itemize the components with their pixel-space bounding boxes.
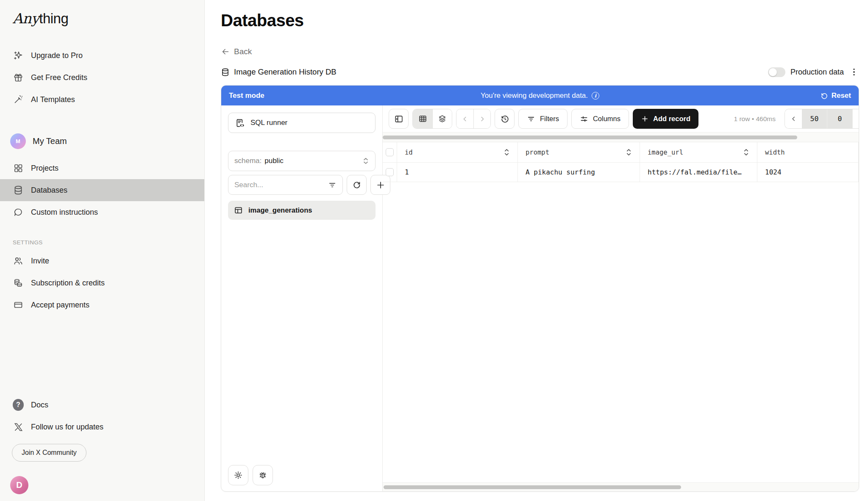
sidebar-item-label: Invite xyxy=(31,257,49,266)
grid-icon xyxy=(13,163,24,174)
gift-icon xyxy=(13,72,24,83)
prev-page-button[interactable] xyxy=(456,109,473,128)
data-grid-zone: Filters Columns Ad xyxy=(383,105,859,491)
horizontal-scrollbar-bottom xyxy=(383,482,859,491)
column-header-prompt[interactable]: prompt xyxy=(526,149,549,156)
settings-heading: SETTINGS xyxy=(13,239,204,246)
filter-icon[interactable] xyxy=(328,181,337,189)
sidebar-item-projects[interactable]: Projects xyxy=(0,157,204,179)
column-header-image-url[interactable]: image_url xyxy=(648,149,683,156)
result-stats: 1 row • 460ms xyxy=(734,115,781,123)
banner-message: You're viewing development data. xyxy=(481,91,588,100)
schema-label: schema: xyxy=(234,157,262,165)
team-avatar: M xyxy=(10,133,26,149)
table-list-item-image-generations[interactable]: image_generations xyxy=(228,201,376,220)
sidebar-item-label: Custom instructions xyxy=(31,208,98,217)
sidebar-item-follow-updates[interactable]: Follow us for updates xyxy=(0,416,204,438)
table-row[interactable]: 1 A pikachu surfing https://fal.media/fi… xyxy=(383,163,859,182)
join-x-community-button[interactable]: Join X Community xyxy=(12,444,86,462)
database-card: Test mode You're viewing development dat… xyxy=(221,85,859,492)
database-title: Image Generation History DB xyxy=(221,67,337,77)
sidebar-item-docs[interactable]: ? Docs xyxy=(0,394,204,416)
sort-icon[interactable] xyxy=(499,148,510,156)
page-title: Databases xyxy=(221,11,868,30)
production-data-toggle[interactable] xyxy=(768,67,785,77)
sql-runner-button[interactable]: SQL runner xyxy=(228,113,376,133)
pager-next-clipped xyxy=(853,109,859,128)
columns-button[interactable]: Columns xyxy=(571,109,629,129)
table-name: image_generations xyxy=(248,206,312,214)
sidebar-item-custom-instructions[interactable]: Custom instructions xyxy=(0,201,204,223)
cell-id[interactable]: 1 xyxy=(397,163,518,182)
sidebar-item-label: Upgrade to Pro xyxy=(31,51,83,60)
add-record-button[interactable]: Add record xyxy=(633,109,698,129)
pager-prev-button[interactable] xyxy=(785,109,802,128)
filters-label: Filters xyxy=(540,115,559,123)
database-icon xyxy=(221,68,230,77)
chat-icon xyxy=(13,207,24,218)
info-icon[interactable]: i xyxy=(592,92,599,100)
sql-runner-label: SQL runner xyxy=(250,119,287,127)
schema-select[interactable]: schema: public xyxy=(228,151,376,171)
main-content: Databases Back Image Generation History … xyxy=(205,0,868,492)
chevron-up-down-icon xyxy=(362,157,369,165)
sidebar-item-ai-templates[interactable]: AI Templates xyxy=(0,89,204,111)
bug-icon xyxy=(258,471,267,480)
team-name: My Team xyxy=(33,136,67,146)
scrollbar-thumb[interactable] xyxy=(384,485,681,489)
sidebar-item-get-free-credits[interactable]: Get Free Credits xyxy=(0,66,204,89)
sql-file-icon xyxy=(235,118,245,128)
filter-lines-icon xyxy=(527,115,535,123)
page-size-value[interactable]: 50 xyxy=(802,109,827,128)
database-icon xyxy=(13,185,24,196)
table-icon xyxy=(234,206,243,215)
scrollbar-thumb[interactable] xyxy=(383,136,797,139)
app-logo: Anything xyxy=(0,10,204,27)
sidebar-item-accept-payments[interactable]: Accept payments xyxy=(0,294,204,316)
sidebar-item-invite[interactable]: Invite xyxy=(0,250,204,272)
sliders-icon xyxy=(580,115,588,123)
more-options-kebab-icon[interactable] xyxy=(849,66,859,78)
team-switcher[interactable]: M My Team xyxy=(0,129,204,153)
cell-prompt[interactable]: A pikachu surfing xyxy=(518,163,640,182)
table-view-button[interactable] xyxy=(413,109,432,128)
test-mode-label: Test mode xyxy=(229,91,264,100)
sidebar-item-label: Get Free Credits xyxy=(31,73,87,82)
gear-icon xyxy=(234,471,243,480)
sidebar: Anything Upgrade to Pro Get Free Credits xyxy=(0,0,205,501)
column-header-width[interactable]: width xyxy=(765,149,785,156)
horizontal-scrollbar-top xyxy=(383,132,859,142)
refresh-button[interactable] xyxy=(347,175,367,195)
settings-gear-button[interactable] xyxy=(228,465,248,485)
credit-card-icon xyxy=(13,299,24,310)
select-all-checkbox[interactable] xyxy=(386,148,394,156)
page-offset-value[interactable]: 0 xyxy=(827,109,853,128)
sidebar-item-upgrade-to-pro[interactable]: Upgrade to Pro xyxy=(0,44,204,66)
filters-button[interactable]: Filters xyxy=(518,109,568,129)
cell-image-url[interactable]: https://fal.media/file… xyxy=(640,163,757,182)
row-checkbox[interactable] xyxy=(386,168,394,176)
sidebar-item-label: Projects xyxy=(31,164,58,173)
next-page-button[interactable] xyxy=(473,109,490,128)
help-icon: ? xyxy=(13,399,24,410)
back-link[interactable]: Back xyxy=(221,47,252,56)
sort-icon[interactable] xyxy=(621,148,632,156)
table-search-input[interactable] xyxy=(234,181,328,189)
database-header-row: Image Generation History DB Production d… xyxy=(221,66,859,78)
reset-label: Reset xyxy=(832,91,851,100)
wand-icon xyxy=(13,94,24,105)
layers-view-button[interactable] xyxy=(432,109,452,128)
sidebar-item-databases[interactable]: Databases xyxy=(0,179,204,201)
sidebar-item-subscription-credits[interactable]: Subscription & credits xyxy=(0,272,204,294)
reset-button[interactable]: Reset xyxy=(821,91,851,100)
collapse-panel-button[interactable] xyxy=(389,109,409,129)
history-button[interactable] xyxy=(495,109,515,129)
sort-icon[interactable] xyxy=(739,148,749,156)
column-header-id[interactable]: id xyxy=(405,149,413,156)
cell-width[interactable]: 1024 xyxy=(757,163,859,182)
debug-bug-button[interactable] xyxy=(253,465,273,485)
user-avatar[interactable]: D xyxy=(10,476,28,494)
back-label: Back xyxy=(234,47,252,56)
sidebar-item-label: Subscription & credits xyxy=(31,279,105,288)
test-mode-banner: Test mode You're viewing development dat… xyxy=(221,86,859,105)
